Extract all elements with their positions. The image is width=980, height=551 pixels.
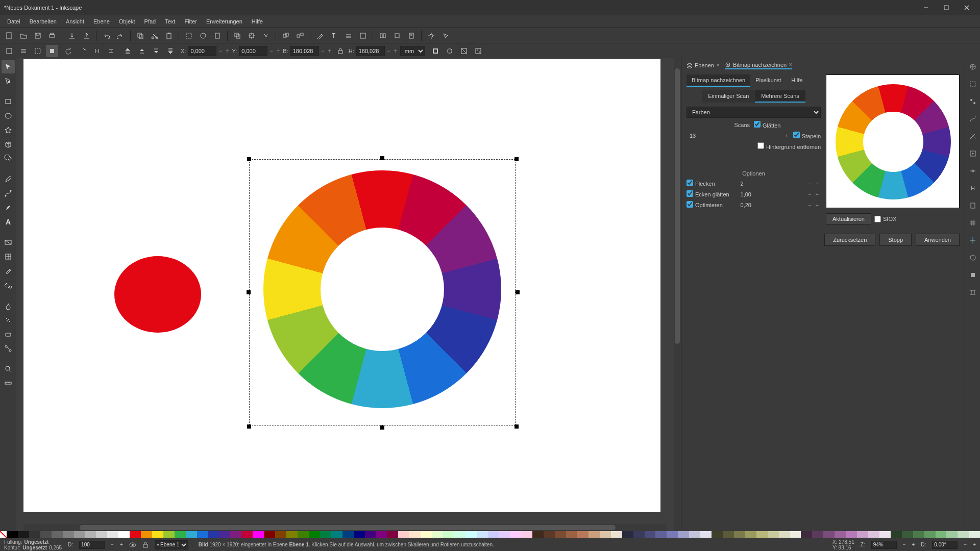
y-dec[interactable]: − <box>268 47 274 55</box>
transform-dialog-button[interactable] <box>391 30 403 42</box>
scans-value[interactable]: 13 <box>687 133 707 139</box>
swatch[interactable] <box>723 531 734 538</box>
print-button[interactable] <box>46 30 58 42</box>
snap-guide-icon[interactable] <box>967 235 978 246</box>
swatch[interactable] <box>7 531 18 538</box>
swatch[interactable] <box>298 531 309 538</box>
copy-button[interactable] <box>134 30 146 42</box>
xml-editor-button[interactable] <box>357 30 369 42</box>
select-all-layers-button[interactable] <box>3 45 15 57</box>
ellipse-tool[interactable] <box>2 109 15 122</box>
x-inc[interactable]: + <box>224 47 230 55</box>
swatch[interactable] <box>801 531 812 538</box>
swatch[interactable] <box>365 531 376 538</box>
pencil-tool[interactable] <box>2 172 15 186</box>
doc-props-button[interactable] <box>405 30 418 42</box>
zoom-selection-button[interactable] <box>183 30 195 42</box>
selector-tool[interactable] <box>2 60 15 73</box>
vertical-scrollbar[interactable] <box>674 58 681 531</box>
duplicate-button[interactable] <box>231 30 243 42</box>
swatch[interactable] <box>74 531 85 538</box>
swatch[interactable] <box>40 531 52 538</box>
swatch[interactable] <box>52 531 63 538</box>
clone-button[interactable] <box>246 30 258 42</box>
swatch[interactable] <box>275 531 286 538</box>
optimize-inc[interactable]: + <box>814 202 821 208</box>
swatch[interactable] <box>331 531 342 538</box>
flip-v-button[interactable] <box>105 45 117 57</box>
tweak-tool[interactable] <box>2 299 15 312</box>
scans-inc[interactable]: + <box>782 133 790 139</box>
snap-intersect-icon[interactable] <box>967 131 978 142</box>
swatch[interactable] <box>712 531 723 538</box>
zoom-input[interactable] <box>871 541 897 549</box>
swatch[interactable] <box>756 531 768 538</box>
redo-button[interactable] <box>114 30 127 42</box>
raise-button[interactable] <box>136 45 148 57</box>
w-inc[interactable]: + <box>327 47 332 55</box>
calligraphy-tool[interactable] <box>2 201 15 214</box>
swatch[interactable] <box>645 531 656 538</box>
corners-checkbox[interactable] <box>687 190 695 198</box>
swatch[interactable] <box>197 531 208 538</box>
zoom-tool[interactable] <box>2 362 15 375</box>
deselect-button[interactable] <box>32 45 44 57</box>
selection-toggle-button[interactable] <box>46 45 58 57</box>
swatch[interactable] <box>891 531 902 538</box>
align-dialog-button[interactable] <box>377 30 389 42</box>
swatch[interactable] <box>913 531 924 538</box>
swatch[interactable] <box>946 531 958 538</box>
h-dec[interactable]: − <box>386 47 391 55</box>
speckles-checkbox[interactable] <box>687 180 695 187</box>
rotate-ccw-button[interactable] <box>62 45 75 57</box>
selection-handle-ne[interactable] <box>514 157 519 161</box>
dock-tab-trace[interactable]: Bitmap nachzeichnen × <box>725 61 792 69</box>
swatch[interactable] <box>555 531 566 538</box>
zoom-inc[interactable]: + <box>912 542 915 547</box>
swatch[interactable] <box>477 531 488 538</box>
smooth-checkbox[interactable]: Glätten <box>754 121 780 129</box>
y-input[interactable] <box>239 46 267 56</box>
snap-midpoint-icon[interactable] <box>967 165 978 177</box>
swatch-none[interactable] <box>0 531 7 538</box>
maximize-button[interactable] <box>937 2 955 14</box>
bezier-tool[interactable] <box>2 187 15 200</box>
snap-toggle-icon[interactable] <box>967 61 978 72</box>
snap-object-icon[interactable] <box>967 269 978 281</box>
save-button[interactable] <box>32 30 44 42</box>
open-button[interactable] <box>17 30 30 42</box>
rect-tool[interactable] <box>2 95 15 108</box>
swatch[interactable] <box>96 531 107 538</box>
menu-filter[interactable]: Filter <box>180 17 201 26</box>
select-all-button[interactable] <box>17 45 30 57</box>
menu-object[interactable]: Objekt <box>115 17 139 26</box>
zoom-page-button[interactable] <box>211 30 224 42</box>
undo-button[interactable] <box>100 30 112 42</box>
swatch[interactable] <box>600 531 611 538</box>
corners-dec[interactable]: − <box>806 191 813 197</box>
spiral-tool[interactable] <box>2 152 15 165</box>
swatch[interactable] <box>398 531 409 538</box>
cut-button[interactable] <box>149 30 161 42</box>
close-trace-tab[interactable]: × <box>789 61 792 68</box>
stop-button[interactable]: Stopp <box>879 234 912 246</box>
rot-inc[interactable]: + <box>973 542 976 547</box>
swatch[interactable] <box>589 531 600 538</box>
3dbox-tool[interactable] <box>2 138 15 151</box>
selection-handle-n[interactable] <box>380 156 384 160</box>
prefs-button[interactable] <box>425 30 437 42</box>
selection-handle-sw[interactable] <box>247 424 251 429</box>
menu-layer[interactable]: Ebene <box>89 17 114 26</box>
swatch[interactable] <box>152 531 163 538</box>
swatch[interactable] <box>790 531 801 538</box>
lower-button[interactable] <box>150 45 162 57</box>
swatch[interactable] <box>465 531 477 538</box>
snap-page-icon[interactable] <box>967 200 978 211</box>
dock-tab-layers[interactable]: Ebenen × <box>687 61 720 69</box>
swatch[interactable] <box>230 531 241 538</box>
mesh-tool[interactable] <box>2 250 15 263</box>
swatch[interactable] <box>846 531 857 538</box>
layers-dialog-button[interactable] <box>342 30 355 42</box>
trace-tab-trace[interactable]: Bitmap nachzeichnen <box>687 74 750 87</box>
swatch[interactable] <box>186 531 197 538</box>
